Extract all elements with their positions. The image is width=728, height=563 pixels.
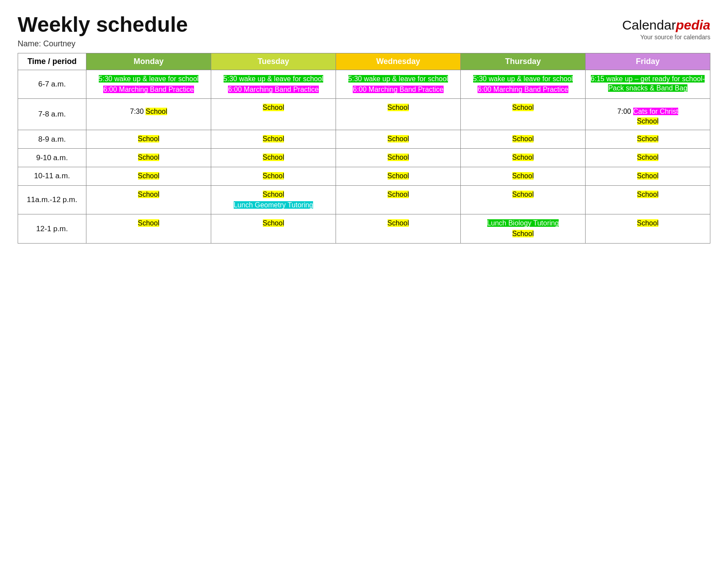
cell-content: School [464, 190, 582, 199]
cell-content: 5:30 wake up & leave for school6:00 Marc… [464, 75, 582, 94]
cell-tuesday-row2: School [211, 130, 336, 149]
cell-content: School [464, 103, 582, 113]
cell-thursday-row6: Lunch Biology TutoringSchool [461, 214, 586, 244]
cell-tuesday-row4: School [211, 167, 336, 185]
cell-tuesday-row6: School [211, 214, 336, 244]
cell-wednesday-row6: School [336, 214, 461, 244]
cell-monday-row0: 5:30 wake up & leave for school6:00 Marc… [86, 70, 211, 99]
cell-item: School [138, 153, 160, 162]
cell-item: 6:00 Marching Band Practice [228, 85, 318, 94]
header-monday: Monday [86, 53, 211, 70]
cell-item: School [138, 190, 160, 199]
page-title: Weekly schedule [18, 13, 188, 37]
cell-item: School [637, 190, 659, 199]
cell-content: School [464, 153, 582, 162]
cell-item: 5:30 wake up & leave for school [348, 75, 448, 84]
header-thursday: Thursday [461, 53, 586, 70]
cell-content: School [90, 190, 207, 199]
table-row: 8-9 a.m.SchoolSchoolSchoolSchoolSchool [18, 130, 710, 149]
table-row: 9-10 a.m.SchoolSchoolSchoolSchoolSchool [18, 149, 710, 167]
cell-content: 5:30 wake up & leave for school6:00 Marc… [340, 75, 457, 94]
cell-item: 6:15 wake up – get ready for school-Pack… [589, 75, 706, 93]
table-row: 7-8 a.m.7:30 SchoolSchoolSchoolSchool7:0… [18, 99, 710, 130]
cell-item: School [388, 172, 409, 181]
header-tuesday: Tuesday [211, 53, 336, 70]
cell-content: School [589, 153, 706, 162]
cell-thursday-row4: School [461, 167, 586, 185]
cell-content: 7:00 Cats for ChristSchool [589, 103, 706, 125]
cell-content: School [464, 172, 582, 181]
cell-friday-row4: School [586, 167, 710, 185]
table-row: 11a.m.-12 p.m.SchoolSchoolLunch Geometry… [18, 185, 710, 214]
logo-calendar: Calendar [622, 18, 676, 32]
cell-item: School [138, 219, 160, 228]
schedule-table: Time / period Monday Tuesday Wednesday T… [18, 53, 710, 244]
cell-item: School [637, 172, 659, 181]
cell-content: School [340, 103, 457, 113]
cell-monday-row5: School [86, 185, 211, 214]
cell-content: School [90, 219, 207, 228]
cell-content: School [215, 219, 332, 228]
cell-content: School [589, 219, 706, 228]
cell-item: School [512, 229, 534, 239]
cell-item: 6:00 Marching Band Practice [353, 85, 443, 94]
cell-item: School [263, 153, 284, 162]
time-cell: 8-9 a.m. [18, 130, 86, 149]
cell-item: Lunch Biology Tutoring [487, 219, 559, 228]
cell-monday-row6: School [86, 214, 211, 244]
cell-friday-row5: School [586, 185, 710, 214]
cell-content: School [340, 172, 457, 181]
cell-thursday-row3: School [461, 149, 586, 167]
table-row: 10-11 a.m.SchoolSchoolSchoolSchoolSchool [18, 167, 710, 185]
cell-item: School [388, 153, 409, 162]
cell-item: School [263, 219, 284, 228]
header-wednesday: Wednesday [336, 53, 461, 70]
cell-content: School [340, 219, 457, 228]
cell-item: School [388, 103, 409, 113]
name-label: Name: Courtney [18, 39, 188, 49]
cell-content: SchoolLunch Geometry Tutoring [215, 190, 332, 210]
cell-item: 6:00 Marching Band Practice [103, 85, 194, 94]
cell-item: 5:30 wake up & leave for school [99, 75, 199, 84]
cell-item: School [637, 135, 659, 144]
cell-friday-row1: 7:00 Cats for ChristSchool [586, 99, 710, 130]
cell-item: School [138, 135, 160, 144]
cell-content: School [215, 103, 332, 113]
time-cell: 9-10 a.m. [18, 149, 86, 167]
cell-content: School [215, 135, 332, 144]
cell-item: 5:30 wake up & leave for school [224, 75, 324, 84]
cell-wednesday-row2: School [336, 130, 461, 149]
cell-monday-row3: School [86, 149, 211, 167]
cell-content: 6:15 wake up – get ready for school-Pack… [589, 75, 706, 93]
cell-content: 5:30 wake up & leave for school6:00 Marc… [90, 75, 207, 94]
cell-content: School [589, 135, 706, 144]
title-section: Weekly schedule Name: Courtney [18, 13, 188, 49]
cell-item: 5:30 wake up & leave for school [473, 75, 573, 84]
cell-item: School [388, 190, 409, 199]
cell-item: School [512, 135, 534, 144]
cell-monday-row2: School [86, 130, 211, 149]
page-header: Weekly schedule Name: Courtney Calendarp… [18, 13, 710, 49]
cell-content: 7:30 School [90, 103, 207, 116]
cell-monday-row1: 7:30 School [86, 99, 211, 130]
cell-content: 5:30 wake up & leave for school6:00 Marc… [215, 75, 332, 94]
logo: Calendarpedia [622, 18, 710, 33]
cell-item: School [512, 103, 534, 113]
cell-item: School [388, 219, 409, 228]
cell-content: School [464, 135, 582, 144]
cell-thursday-row0: 5:30 wake up & leave for school6:00 Marc… [461, 70, 586, 99]
cell-thursday-row1: School [461, 99, 586, 130]
cell-tuesday-row5: SchoolLunch Geometry Tutoring [211, 185, 336, 214]
cell-item: School [512, 153, 534, 162]
cell-friday-row0: 6:15 wake up – get ready for school-Pack… [586, 70, 710, 99]
time-cell: 10-11 a.m. [18, 167, 86, 185]
cell-content: School [215, 172, 332, 181]
cell-wednesday-row0: 5:30 wake up & leave for school6:00 Marc… [336, 70, 461, 99]
logo-tagline: Your source for calendars [622, 34, 710, 41]
cell-content: School [340, 135, 457, 144]
table-row: 6-7 a.m.5:30 wake up & leave for school6… [18, 70, 710, 99]
cell-item: School [388, 135, 409, 144]
cell-tuesday-row1: School [211, 99, 336, 130]
cell-friday-row2: School [586, 130, 710, 149]
time-cell: 6-7 a.m. [18, 70, 86, 99]
